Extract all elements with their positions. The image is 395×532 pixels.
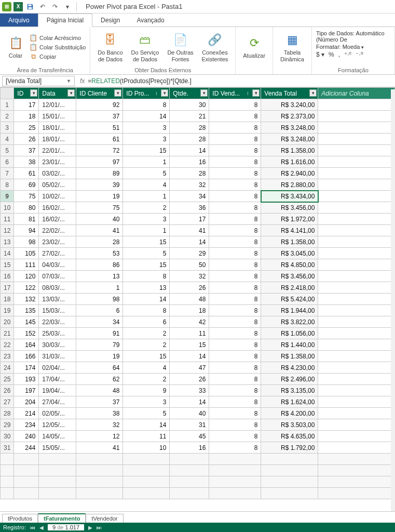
row-number[interactable]: 19 <box>1 305 14 316</box>
cell-empty[interactable] <box>318 179 395 191</box>
cell-empty[interactable] <box>318 396 395 408</box>
table-row[interactable]: 2923412/05/...3214318R$ 3.503,00 <box>1 419 395 431</box>
from-service-button[interactable]: 🗃Do Serviço de Dados <box>128 31 162 63</box>
cell-vendedor[interactable]: 8 <box>209 111 261 122</box>
row-number[interactable]: 13 <box>1 236 14 248</box>
cell-qtde[interactable]: 28 <box>170 168 209 179</box>
cell-empty[interactable] <box>318 191 395 202</box>
cell-produto[interactable]: 1 <box>123 156 170 168</box>
cell-empty[interactable] <box>318 145 395 156</box>
undo-button[interactable]: ↶ <box>37 3 48 10</box>
cell-data[interactable]: 22/01/... <box>39 145 76 156</box>
cell-empty[interactable] <box>318 385 395 396</box>
cell-vendedor[interactable]: 8 <box>209 374 261 385</box>
cell-cliente[interactable]: 92 <box>76 99 123 111</box>
cell-cliente[interactable]: 89 <box>76 168 123 179</box>
table-row[interactable]: 53722/01/...7215148R$ 1.358,00 <box>1 145 395 156</box>
cell-data[interactable]: 31/03/... <box>39 351 76 362</box>
cell-empty[interactable] <box>318 134 395 145</box>
cell-cliente[interactable]: 72 <box>76 145 123 156</box>
existing-connections-button[interactable]: 🔗Conexões Existentes <box>199 31 231 63</box>
table-row[interactable]: 86905/02/...394328R$ 2.880,00 <box>1 179 395 191</box>
cell-qtde[interactable]: 21 <box>170 111 209 122</box>
table-row[interactable]: 2115225/03/...912118R$ 1.056,00 <box>1 328 395 339</box>
row-number[interactable]: 3 <box>1 122 14 134</box>
cell-qtde[interactable]: 14 <box>170 396 209 408</box>
cell-total[interactable]: R$ 2.418,00 <box>261 282 318 294</box>
table-row[interactable]: 139823/02/...2815148R$ 1.358,00 <box>1 236 395 248</box>
cell-produto[interactable]: 13 <box>123 282 170 294</box>
cell-id[interactable]: 122 <box>14 282 39 294</box>
cell-produto[interactable]: 4 <box>123 179 170 191</box>
filter-icon[interactable]: ▾ <box>200 89 208 97</box>
cell-qtde[interactable]: 40 <box>170 408 209 419</box>
cell-qtde[interactable]: 17 <box>170 214 209 225</box>
cell-vendedor[interactable]: 8 <box>209 248 261 259</box>
cell-id[interactable]: 38 <box>14 156 39 168</box>
cell-produto[interactable]: 15 <box>123 236 170 248</box>
cell-data[interactable]: 22/03/... <box>39 316 76 328</box>
paste-replace-button[interactable]: 📋Colar Substituição <box>29 43 86 52</box>
cell-empty[interactable] <box>318 316 395 328</box>
column-header-total[interactable]: Venda Total▾ <box>261 88 318 99</box>
tab-file[interactable]: Arquivo <box>0 14 38 26</box>
row-number[interactable]: 15 <box>1 259 14 271</box>
cell-id[interactable]: 81 <box>14 214 39 225</box>
cell-empty[interactable] <box>318 408 395 419</box>
record-position[interactable]: 9 de 1.017 <box>48 524 84 530</box>
cell-data[interactable]: 15/03/... <box>39 305 76 316</box>
cell-id[interactable]: 204 <box>14 396 39 408</box>
cell-qtde[interactable]: 47 <box>170 362 209 374</box>
cell-empty[interactable] <box>318 168 395 179</box>
cell-qtde[interactable]: 26 <box>170 282 209 294</box>
cell-data[interactable]: 23/02/... <box>39 236 76 248</box>
format-label[interactable]: Formatar: Moeda ▾ <box>316 44 364 50</box>
cell-data[interactable]: 16/02/... <box>39 202 76 214</box>
cell-qtde[interactable]: 18 <box>170 305 209 316</box>
cell-empty[interactable] <box>318 294 395 305</box>
cell-id[interactable]: 174 <box>14 362 39 374</box>
cell-produto[interactable]: 1 <box>123 191 170 202</box>
cell-id[interactable]: 164 <box>14 339 39 351</box>
cell-id[interactable]: 234 <box>14 419 39 431</box>
cell-vendedor[interactable]: 8 <box>209 145 261 156</box>
cell-vendedor[interactable]: 8 <box>209 191 261 202</box>
cell-qtde[interactable]: 16 <box>170 442 209 454</box>
cell-data[interactable]: 15/05/... <box>39 442 76 454</box>
sheet-tab-faturamento[interactable]: tFaturamento <box>38 513 86 523</box>
cell-empty[interactable] <box>318 156 395 168</box>
table-row[interactable]: 2417402/04/...644478R$ 4.230,00 <box>1 362 395 374</box>
table-row[interactable]: 108016/02/...752368R$ 3.456,00 <box>1 202 395 214</box>
from-database-button[interactable]: 🗄Do Banco de Dados <box>94 31 126 63</box>
cell-qtde[interactable]: 31 <box>170 419 209 431</box>
cell-total[interactable]: R$ 1.358,00 <box>261 351 318 362</box>
cell-produto[interactable]: 3 <box>123 122 170 134</box>
row-number[interactable]: 5 <box>1 145 14 156</box>
row-number[interactable]: 12 <box>1 225 14 236</box>
row-number[interactable]: 1 <box>1 99 14 111</box>
table-row[interactable]: 21815/01/...3714218R$ 2.373,00 <box>1 111 395 122</box>
cell-qtde[interactable]: 14 <box>170 145 209 156</box>
cell-qtde[interactable]: 32 <box>170 179 209 191</box>
cell-produto[interactable]: 11 <box>123 431 170 442</box>
cell-produto[interactable]: 8 <box>123 99 170 111</box>
cell-id[interactable]: 61 <box>14 168 39 179</box>
cell-data[interactable]: 16/02/... <box>39 214 76 225</box>
cell-empty[interactable] <box>318 362 395 374</box>
cell-vendedor[interactable]: 8 <box>209 316 261 328</box>
cell-id[interactable]: 193 <box>14 374 39 385</box>
pivot-table-button[interactable]: ▦Tabela Dinâmica <box>277 31 307 63</box>
cell-id[interactable]: 214 <box>14 408 39 419</box>
cell-empty[interactable] <box>318 202 395 214</box>
cell-cliente[interactable]: 41 <box>76 442 123 454</box>
row-number[interactable]: 7 <box>1 168 14 179</box>
cell-qtde[interactable]: 26 <box>170 374 209 385</box>
measure-row[interactable] <box>1 454 395 465</box>
cell-qtde[interactable]: 28 <box>170 122 209 134</box>
cell-produto[interactable]: 2 <box>123 328 170 339</box>
row-number[interactable]: 24 <box>1 362 14 374</box>
table-row[interactable]: 97510/02/...191348R$ 3.434,00 <box>1 191 395 202</box>
cell-vendedor[interactable]: 8 <box>209 408 261 419</box>
cell-id[interactable]: 75 <box>14 191 39 202</box>
cell-id[interactable]: 80 <box>14 202 39 214</box>
